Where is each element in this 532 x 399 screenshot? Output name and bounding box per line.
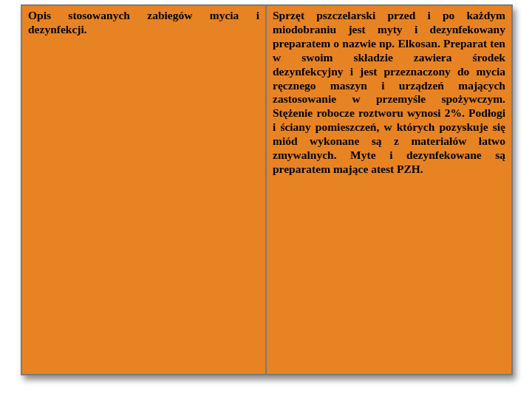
right-cell-text: Sprzęt pszczelarski przed i po każdym mi…	[273, 9, 505, 177]
content-card: Opis stosowanych zabiegów mycia i dezynf…	[21, 4, 513, 375]
table-cell-left: Opis stosowanych zabiegów mycia i dezynf…	[22, 6, 267, 374]
table-cell-right: Sprzęt pszczelarski przed i po każdym mi…	[267, 6, 511, 374]
slide: Opis stosowanych zabiegów mycia i dezynf…	[0, 0, 532, 399]
left-cell-text: Opis stosowanych zabiegów mycia i dezynf…	[28, 9, 259, 37]
table: Opis stosowanych zabiegów mycia i dezynf…	[22, 6, 511, 374]
